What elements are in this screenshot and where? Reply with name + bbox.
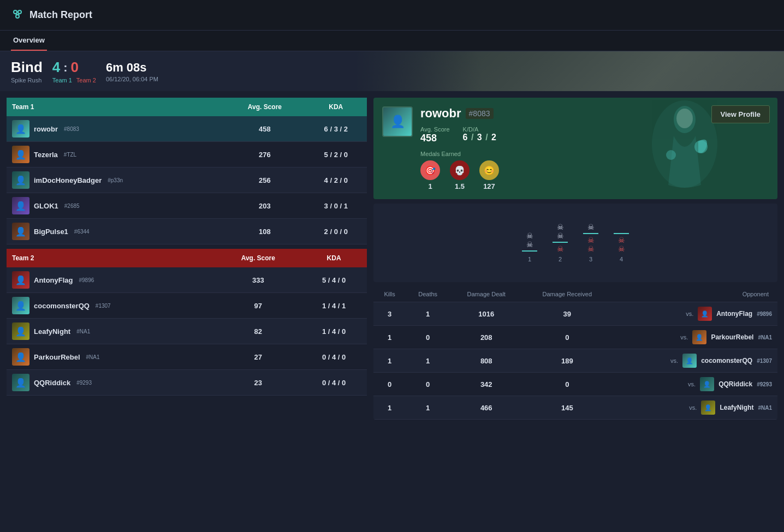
player-kda: 1 / 4 / 1	[301, 293, 367, 319]
medal-circle: 💀	[450, 160, 470, 180]
map-info: Bind Spike Rush	[11, 59, 43, 83]
team1-player-row[interactable]: 👤 BigPulse1 #6344 108 2 / 0 / 0	[7, 219, 367, 244]
stat-dmg-recv: 145	[522, 396, 611, 420]
stat-opponent: vs. 👤 ParkourRebel #NA1	[611, 326, 777, 349]
kda-k: 6	[463, 133, 468, 142]
svg-line-3	[15, 14, 17, 15]
stat-dmg-dealt: 1016	[450, 302, 522, 326]
player-tag: #NA1	[86, 354, 100, 360]
player-score: 23	[215, 370, 301, 396]
skull-red-icon: ☠	[587, 245, 595, 253]
opponent-avatar: 👤	[692, 330, 706, 344]
stat-dmg-recv: 0	[522, 373, 611, 396]
player-kda: 0 / 4 / 0	[301, 344, 367, 370]
app-title: Match Report	[29, 9, 92, 21]
team2-player-row[interactable]: 👤 QQRiddick #9293 23 0 / 4 / 0	[7, 370, 367, 396]
stat-dmg-recv: 189	[522, 349, 611, 373]
match-date: 06/12/20, 06:04 PM	[106, 76, 158, 82]
player-cell: 👤 AntonyFlag #9896	[7, 267, 215, 293]
round-divider	[522, 250, 537, 252]
opponent-name: cocomonsterQQ	[701, 357, 752, 364]
stats-table: Kills Deaths Damage Dealt Damage Receive…	[373, 286, 777, 420]
svg-point-2	[16, 15, 19, 18]
player-avatar: 👤	[12, 171, 29, 189]
kda-label: K/D/A	[463, 126, 496, 133]
vs-label: vs.	[680, 334, 688, 340]
player-cell: 👤 LeafyNight #NA1	[7, 319, 215, 344]
right-panel: 👤 rowobr #8083 Avg. Score 458 K/D/A 6 / …	[373, 98, 777, 420]
round-col: ☠☠1	[522, 232, 537, 262]
match-banner: Bind Spike Rush 4 : 0 Team 1 Team 2 6m 0…	[0, 51, 784, 91]
player-avatar: 👤	[12, 120, 29, 138]
team1-player-row[interactable]: 👤 GLOK1 #2685 203 3 / 0 / 1	[7, 193, 367, 219]
stat-opponent: vs. 👤 QQRiddick #9293	[611, 373, 777, 396]
stat-dmg-recv: 39	[522, 302, 611, 326]
player-avatar: 👤	[12, 271, 29, 289]
player-tag: #TZL	[64, 152, 76, 158]
player-kda: 3 / 0 / 1	[305, 193, 367, 219]
opponent-name: QQRiddick	[718, 380, 752, 388]
tab-overview[interactable]: Overview	[11, 31, 47, 51]
map-name: Bind	[11, 59, 43, 76]
app-header: Match Report	[0, 0, 784, 31]
round-label: 3	[589, 256, 592, 262]
medal-value: 1.5	[455, 182, 465, 190]
score-block: 4 : 0 Team 1 Team 2	[52, 59, 96, 83]
player-cell: 👤 GLOK1 #2685	[7, 193, 224, 219]
col-opponent: Opponent	[611, 286, 777, 302]
player-score: 82	[215, 319, 301, 344]
profile-kda: K/D/A 6 / 3 / 2	[463, 126, 496, 144]
team2-kda-header: KDA	[301, 249, 367, 267]
opponent-tag: #NA1	[758, 334, 772, 340]
round-label: 4	[620, 256, 623, 262]
medal-item: 💀 1.5	[450, 160, 470, 190]
player-score: 108	[224, 219, 305, 244]
player-kda: 5 / 4 / 0	[301, 267, 367, 293]
player-score: 27	[215, 344, 301, 370]
score-team2: 0	[71, 59, 79, 76]
teams-panel: Team 1 Avg. Score KDA 👤 rowobr #8083 458…	[7, 98, 367, 420]
col-dmg-dealt: Damage Dealt	[450, 286, 522, 302]
player-name: rowobr	[34, 125, 58, 133]
player-avatar: 👤	[12, 297, 29, 314]
player-tag: #2685	[64, 203, 80, 209]
team2-player-row[interactable]: 👤 LeafyNight #NA1 82 1 / 4 / 0	[7, 319, 367, 344]
col-kills: Kills	[373, 286, 406, 302]
medal-item: 🎯 1	[420, 160, 440, 190]
round-graph: ☠☠1☠☠☠2☠☠☠3☠☠4	[373, 204, 777, 282]
team1-player-row[interactable]: 👤 Tezerla #TZL 276 5 / 2 / 0	[7, 142, 367, 168]
view-profile-button[interactable]: View Profile	[711, 105, 770, 123]
vs-label: vs.	[670, 357, 678, 364]
round-label: 1	[528, 256, 531, 262]
medal-value: 127	[483, 182, 495, 190]
opponent-name: ParkourRebel	[711, 333, 753, 341]
stat-dmg-dealt: 466	[450, 396, 522, 420]
team1-name-header: Team 1	[7, 98, 224, 116]
label-team2: Team 2	[76, 77, 96, 83]
profile-avatar: 👤	[382, 106, 413, 137]
col-deaths: Deaths	[406, 286, 450, 302]
team1-player-row[interactable]: 👤 imDocHoneyBadger #p33n 256 4 / 2 / 0	[7, 168, 367, 193]
label-team1: Team 1	[52, 77, 72, 83]
player-score: 97	[215, 293, 301, 319]
round-col: ☠☠4	[614, 232, 629, 262]
match-info: Bind Spike Rush 4 : 0 Team 1 Team 2 6m 0…	[11, 59, 158, 83]
player-kda: 1 / 4 / 0	[301, 319, 367, 344]
round-graph-content: ☠☠1☠☠☠2☠☠☠3☠☠4	[382, 212, 769, 273]
round-col: ☠☠☠2	[553, 223, 568, 262]
stat-opponent: vs. 👤 cocomonsterQQ #1307	[611, 349, 777, 373]
team2-player-row[interactable]: 👤 cocomonsterQQ #1307 97 1 / 4 / 1	[7, 293, 367, 319]
opponent-avatar: 👤	[698, 307, 712, 321]
team2-player-row[interactable]: 👤 ParkourRebel #NA1 27 0 / 4 / 0	[7, 344, 367, 370]
team1-player-row[interactable]: 👤 rowobr #8083 458 6 / 3 / 2	[7, 116, 367, 142]
svg-point-9	[666, 150, 676, 160]
player-tag: #6344	[74, 229, 90, 235]
player-name: GLOK1	[34, 202, 58, 210]
match-report-icon	[11, 8, 24, 22]
profile-avatar-emoji: 👤	[390, 115, 405, 129]
opponent-tag: #NA1	[758, 405, 772, 411]
skull-white-icon: ☠	[526, 232, 533, 240]
player-name: cocomonsterQQ	[34, 302, 90, 310]
player-score: 276	[224, 142, 305, 168]
team2-player-row[interactable]: 👤 AntonyFlag #9896 333 5 / 4 / 0	[7, 267, 367, 293]
